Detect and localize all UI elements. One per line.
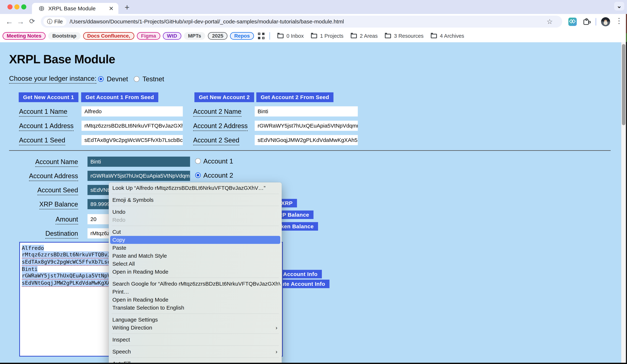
radio-account-2[interactable] [195, 172, 201, 178]
bookmark-folder-label: 0 Inbox [286, 33, 304, 39]
account-address-input-2[interactable]: rGWRaWY5jst7hUxQEuApia5VtNpVdqmmvM [255, 121, 358, 131]
folder-icon [431, 34, 437, 38]
bookmark-folder-label: 3 Resources [394, 33, 423, 39]
account-name-input-1[interactable]: Alfredo [82, 106, 183, 117]
radio-account-1[interactable] [195, 158, 201, 164]
folder-icon [311, 34, 317, 38]
menu-item-writing-direction[interactable]: Writing Direction› [110, 324, 280, 332]
get-account-button[interactable]: Get New Account 1 [19, 92, 78, 102]
get-account-button[interactable]: Get New Account 2 [194, 92, 254, 102]
account-name-field[interactable]: Binti [88, 157, 190, 167]
bookmark-pill[interactable]: MPTs [184, 32, 206, 40]
back-icon[interactable]: ← [5, 17, 14, 26]
forward-icon[interactable]: → [16, 17, 25, 26]
bookmarks-bar: Meeting NotesBootstrapDocs Confluence,Fi… [0, 30, 627, 42]
menu-item-search-google-for-alfredo-rmtqz6zzrsbdzb[interactable]: Search Google for “Alfredo rMtqz6zzrsBDz… [110, 280, 280, 288]
url-text[interactable]: /Users/ddawson/Documents/1-Projects/GitH… [70, 18, 344, 25]
tab-strip: XRPL Base Module ✕ + ⌄ [0, 0, 627, 14]
radio-devnet[interactable] [98, 76, 104, 82]
menu-item-cut[interactable]: Cut [110, 228, 280, 236]
selected-text: sEdVNtGoqjJMW2gPLKdVdaMwKgXAh5z [22, 280, 120, 287]
page-scrollbar[interactable] [621, 42, 626, 364]
bookmark-folder-label: 2 Areas [360, 33, 378, 39]
zoom-window-button[interactable] [21, 4, 26, 9]
menu-item-print[interactable]: Print… [110, 288, 280, 296]
browser-menu-icon[interactable]: ⋮ [615, 16, 623, 25]
bookmark-folder[interactable]: 0 Inbox [277, 33, 304, 39]
menu-item-copy[interactable]: Copy [110, 236, 280, 244]
account-address-field[interactable]: rGWRaWY5jst7hUxQEuApia5VtNpVdqmmvM [88, 171, 190, 181]
account-name-label-1: Account 1 Name [19, 108, 67, 115]
menu-divider [112, 314, 279, 314]
ledger-prompt: Choose your ledger instance: [9, 75, 96, 82]
context-menu: Look Up “Alfredo rMtqz6zzrsBDzBLt6NrkuVF… [109, 182, 282, 364]
folder-icon [351, 34, 357, 38]
account-address-label-1: Account 1 Address [19, 122, 73, 130]
browser-tab[interactable]: XRPL Base Module ✕ [32, 3, 118, 14]
extensions-puzzle-icon[interactable] [583, 18, 590, 26]
bookmark-folder[interactable]: 1 Projects [311, 33, 343, 39]
submenu-chevron-icon: › [276, 348, 277, 356]
bookmark-pill[interactable]: Docs Confluence, [83, 32, 134, 40]
menu-item-translate-selection-to-english[interactable]: Translate Selection to English [110, 304, 280, 312]
menu-item-open-in-reading-mode[interactable]: Open in Reading Mode [110, 296, 280, 304]
menu-item-speech[interactable]: Speech› [110, 348, 280, 356]
menu-item-emoji-symbols[interactable]: Emoji & Symbols [110, 196, 280, 204]
bookmark-pill[interactable]: 2025 [208, 32, 227, 40]
menu-item-look-up-alfredo-rmtqz6zzrsbdzblt6nrkuvft[interactable]: Look Up “Alfredo rMtqz6zzrsBDzBLt6NrkuVF… [110, 184, 280, 192]
account-name-label: Account Name [18, 158, 78, 166]
new-tab-button[interactable]: + [122, 2, 132, 13]
menu-item-select-all[interactable]: Select All [110, 260, 280, 268]
menu-item-open-in-reading-mode[interactable]: Open in Reading Mode [110, 268, 280, 276]
profile-avatar[interactable] [601, 17, 610, 26]
bookmark-star-icon[interactable]: ☆ [547, 18, 553, 26]
selected-text: Alfredo [22, 245, 44, 251]
section-divider [9, 150, 611, 151]
get-account-button[interactable]: Get Account 1 From Seed [81, 92, 158, 102]
scrollbar-thumb[interactable] [622, 44, 625, 125]
close-window-button[interactable] [7, 4, 12, 9]
tab-groups-grid-icon[interactable] [258, 33, 264, 39]
bookmark-folder-label: 4 Archives [440, 33, 464, 39]
url-scheme-chip[interactable]: ⓘ File [43, 17, 66, 26]
radio-testnet[interactable] [134, 76, 139, 82]
close-tab-icon[interactable]: ✕ [109, 5, 114, 12]
bookmark-folder[interactable]: 2 Areas [351, 33, 378, 39]
bookmark-pill[interactable]: Figma [137, 32, 160, 40]
bookmark-folder[interactable]: 4 Archives [431, 33, 464, 39]
destination-label: Destination [18, 230, 78, 237]
xrp-balance-label: XRP Balance [18, 200, 78, 208]
pinned-extension-icon[interactable] [568, 18, 577, 26]
radio-account-2-label: Account 2 [203, 172, 233, 179]
menu-item-paste[interactable]: Paste [110, 244, 280, 252]
screen-bottom-edge [0, 363, 627, 364]
tab-overflow-chevron-icon[interactable]: ⌄ [614, 2, 624, 10]
account-seed-input-2[interactable]: sEdVNtGoqjJMW2gPLKdVdaMwKgXAh5z [255, 135, 358, 145]
bookmark-pill[interactable]: Meeting Notes [2, 32, 46, 40]
account-name-label-2: Account 2 Name [193, 108, 241, 115]
bookmark-pills: Meeting NotesBootstrapDocs Confluence,Fi… [0, 32, 254, 40]
account-name-input-2[interactable]: Binti [255, 106, 358, 117]
account-address-input-1[interactable]: rMtqz6zzrsBDzBLt6NrkuVFTQBvJazGXhV [82, 121, 183, 131]
menu-divider [112, 333, 279, 334]
get-account-button[interactable]: Get Account 2 From Seed [256, 92, 333, 102]
account-seed-label-1: Account 1 Seed [19, 136, 65, 144]
minimize-window-button[interactable] [14, 4, 19, 9]
address-bar[interactable]: ⓘ File /Users/ddawson/Documents/1-Projec… [41, 16, 562, 28]
bookmark-pill[interactable]: Repos [230, 32, 254, 40]
menu-divider [112, 226, 279, 226]
menu-item-language-settings[interactable]: Language Settings [110, 316, 280, 324]
bookmark-pill[interactable]: Bootstrap [48, 32, 80, 40]
menu-item-undo[interactable]: Undo [110, 208, 280, 216]
radio-testnet-label: Testnet [143, 75, 164, 83]
account-seed-input-1[interactable]: sEdTAx8gV9c2pgWcWC5FfvXb7LscbBc [82, 135, 183, 145]
account-seed-label: Account Seed [18, 186, 78, 194]
selected-text: sEdTAx8gV9c2pgWcWC5FfvXb7LscbBc [22, 259, 120, 266]
bookmark-folder-label: 1 Projects [320, 33, 343, 39]
menu-item-paste-and-match-style[interactable]: Paste and Match Style [110, 252, 280, 260]
bookmark-folder[interactable]: 3 Resources [385, 33, 423, 39]
reload-icon[interactable]: ⟳ [28, 17, 37, 25]
bookmark-pill[interactable]: WtD [163, 32, 181, 40]
menu-item-inspect[interactable]: Inspect [110, 336, 280, 344]
info-icon: ⓘ [47, 18, 52, 25]
